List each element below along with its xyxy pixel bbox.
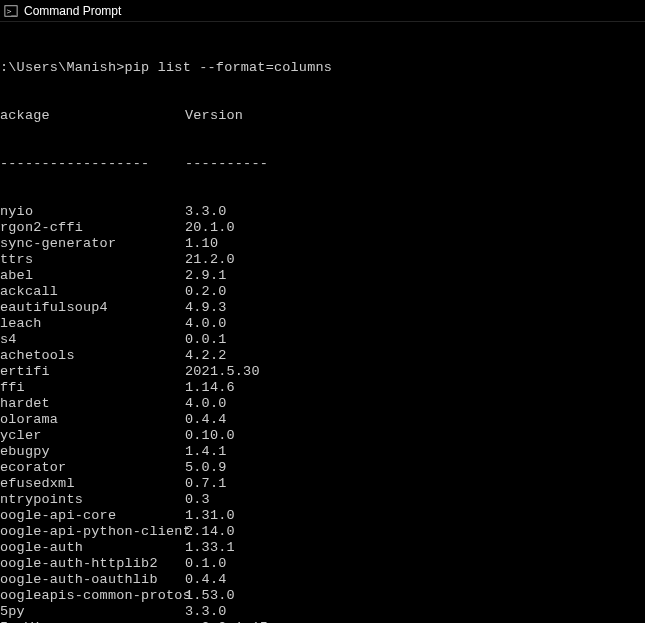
package-version: 4.0.0	[185, 316, 227, 332]
table-row: ntrypoints0.3	[0, 492, 645, 508]
package-version: 1.33.1	[185, 540, 235, 556]
package-version: 0.2.0	[185, 284, 227, 300]
table-row: efusedxml0.7.1	[0, 476, 645, 492]
header-package: ackage	[0, 108, 185, 124]
package-name: sync-generator	[0, 236, 185, 252]
header-version: Version	[185, 108, 243, 124]
package-name: olorama	[0, 412, 185, 428]
package-version: 1.4.1	[185, 444, 227, 460]
table-row: 5py3.3.0	[0, 604, 645, 620]
package-name: rgon2-cffi	[0, 220, 185, 236]
table-row: rgon2-cffi20.1.0	[0, 220, 645, 236]
package-name: hardet	[0, 396, 185, 412]
package-name: ecorator	[0, 460, 185, 476]
table-header: ackage Version	[0, 108, 645, 124]
package-name: ttrs	[0, 252, 185, 268]
table-row: nyio3.3.0	[0, 204, 645, 220]
package-name: ackcall	[0, 284, 185, 300]
package-name: 5py	[0, 604, 185, 620]
package-name: ycler	[0, 428, 185, 444]
package-version: 4.2.2	[185, 348, 227, 364]
package-version: 0.4.4	[185, 572, 227, 588]
table-row: eautifulsoup44.9.3	[0, 300, 645, 316]
terminal-output[interactable]: :\Users\Manish>pip list --format=columns…	[0, 22, 645, 623]
window-titlebar[interactable]: >_ Command Prompt	[0, 0, 645, 22]
package-name: ertifi	[0, 364, 185, 380]
package-name: ffi	[0, 380, 185, 396]
svg-text:>_: >_	[7, 6, 17, 15]
package-version: 5.0.9	[185, 460, 227, 476]
table-row: abel2.9.1	[0, 268, 645, 284]
package-version: 4.0.0	[185, 396, 227, 412]
package-version: 1.14.6	[185, 380, 235, 396]
table-row: ackcall0.2.0	[0, 284, 645, 300]
table-row: oogle-auth1.33.1	[0, 540, 645, 556]
package-version: 2.9.1	[185, 268, 227, 284]
table-row: olorama0.4.4	[0, 412, 645, 428]
table-row: hardet4.0.0	[0, 396, 645, 412]
package-version: 20.1.0	[185, 220, 235, 236]
table-row: oogle-auth-httplib20.1.0	[0, 556, 645, 572]
package-name: s4	[0, 332, 185, 348]
package-version: 2021.5.30	[185, 364, 260, 380]
package-version: 0.7.1	[185, 476, 227, 492]
package-version: 0.10.0	[185, 428, 235, 444]
separator-package: ------------------	[0, 156, 185, 172]
command-prompt-icon: >_	[4, 4, 18, 18]
package-name: oogle-api-python-client	[0, 524, 185, 540]
table-row: leach4.0.0	[0, 316, 645, 332]
table-row: oogle-auth-oauthlib0.4.4	[0, 572, 645, 588]
package-version: 2.14.0	[185, 524, 235, 540]
table-row: ttrs21.2.0	[0, 252, 645, 268]
package-version: 3.3.0	[185, 204, 227, 220]
table-row: achetools4.2.2	[0, 348, 645, 364]
table-row: s40.0.1	[0, 332, 645, 348]
table-row: ertifi2021.5.30	[0, 364, 645, 380]
package-name: oogle-auth-httplib2	[0, 556, 185, 572]
package-version: 1.10	[185, 236, 218, 252]
package-version: 21.2.0	[185, 252, 235, 268]
window-title: Command Prompt	[24, 4, 121, 18]
table-row: sync-generator1.10	[0, 236, 645, 252]
package-name: leach	[0, 316, 185, 332]
package-name: oogle-api-core	[0, 508, 185, 524]
package-name: nyio	[0, 204, 185, 220]
package-version: 0.4.4	[185, 412, 227, 428]
package-version: 4.9.3	[185, 300, 227, 316]
package-name: abel	[0, 268, 185, 284]
table-row: oogleapis-common-protos1.53.0	[0, 588, 645, 604]
table-row: ffi1.14.6	[0, 380, 645, 396]
package-version: 0.0.1	[185, 332, 227, 348]
package-version: 0.3	[185, 492, 210, 508]
table-separator: ------------------ ----------	[0, 156, 645, 172]
command-line: :\Users\Manish>pip list --format=columns	[0, 60, 645, 76]
package-version: 1.31.0	[185, 508, 235, 524]
package-version: 1.53.0	[185, 588, 235, 604]
package-name: ebugpy	[0, 444, 185, 460]
table-row: oogle-api-core1.31.0	[0, 508, 645, 524]
package-name: oogleapis-common-protos	[0, 588, 185, 604]
package-name: eautifulsoup4	[0, 300, 185, 316]
package-name: oogle-auth-oauthlib	[0, 572, 185, 588]
package-name: efusedxml	[0, 476, 185, 492]
table-row: ycler0.10.0	[0, 428, 645, 444]
table-row: ebugpy1.4.1	[0, 444, 645, 460]
package-name: achetools	[0, 348, 185, 364]
package-version: 3.3.0	[185, 604, 227, 620]
table-row: oogle-api-python-client2.14.0	[0, 524, 645, 540]
package-name: oogle-auth	[0, 540, 185, 556]
package-version: 0.1.0	[185, 556, 227, 572]
separator-version: ----------	[185, 156, 268, 172]
package-name: ntrypoints	[0, 492, 185, 508]
table-row: ecorator5.0.9	[0, 460, 645, 476]
